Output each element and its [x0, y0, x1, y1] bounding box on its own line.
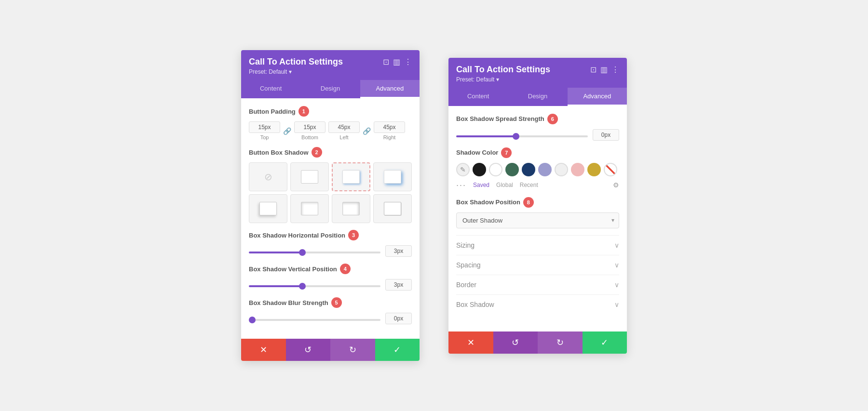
color-tabs-row: ··· Saved Global Recent ⚙	[456, 180, 619, 190]
color-swatch-light-pink[interactable]	[571, 163, 584, 176]
accordion-border: Border ∨	[456, 275, 619, 294]
blur-strength-label: Box Shadow Blur Strength 5	[249, 297, 412, 308]
shadow-preset-none[interactable]: ⊘	[249, 162, 287, 191]
link-icon-left-right[interactable]: 🔗	[363, 127, 371, 135]
accordion-box-shadow-header[interactable]: Box Shadow ∨	[456, 301, 619, 308]
left-reset-button[interactable]: ↺	[286, 339, 331, 361]
color-tab-recent[interactable]: Recent	[520, 182, 538, 188]
right-reset-button[interactable]: ↺	[493, 331, 538, 354]
left-panel-header: Call To Action Settings ⊡ ▥ ⋮ Preset: De…	[241, 50, 420, 80]
shadow-preset-1[interactable]	[290, 162, 329, 191]
tab-design-left[interactable]: Design	[300, 80, 360, 98]
shadow-color-section: Shadow Color 7 ✎ ··· Saved Global Recent	[456, 147, 619, 190]
tab-design-right[interactable]: Design	[508, 88, 567, 106]
color-swatch-gold[interactable]	[587, 163, 601, 176]
color-tab-global[interactable]: Global	[496, 182, 513, 188]
right-panel-body: Box Shadow Spread Strength 6 Shadow Colo…	[448, 106, 627, 331]
accordion-box-shadow: Box Shadow ∨	[456, 294, 619, 314]
color-swatch-green[interactable]	[505, 163, 519, 176]
more-icon[interactable]: ⋮	[404, 57, 412, 66]
right-panel-header-icons: ⊡ ▥ ⋮	[590, 65, 619, 74]
left-panel: Call To Action Settings ⊡ ▥ ⋮ Preset: De…	[241, 50, 420, 361]
badge-4: 4	[340, 264, 351, 274]
left-cancel-button[interactable]: ✕	[241, 339, 286, 361]
accordion-box-shadow-chevron: ∨	[614, 301, 619, 308]
right-fullscreen-icon[interactable]: ⊡	[590, 65, 597, 74]
shadow-preset-2[interactable]	[332, 162, 370, 191]
padding-bottom-wrap: Bottom	[294, 121, 326, 140]
right-more-icon[interactable]: ⋮	[611, 65, 619, 74]
h-position-text: Box Shadow Horizontal Position	[249, 232, 345, 239]
right-panel-preset[interactable]: Preset: Default ▾	[456, 76, 619, 83]
badge-8: 8	[523, 197, 534, 208]
accordion-spacing-header[interactable]: Spacing ∨	[456, 261, 619, 269]
fullscreen-icon[interactable]: ⊡	[383, 57, 389, 66]
box-shadow-section: Button Box Shadow 2 ⊘	[249, 147, 412, 223]
color-swatch-black[interactable]	[473, 163, 486, 176]
shadow-preview-5	[301, 202, 318, 215]
spread-strength-slider[interactable]	[456, 135, 588, 137]
right-panel-header: Call To Action Settings ⊡ ▥ ⋮ Preset: De…	[448, 58, 627, 88]
tab-advanced-right[interactable]: Advanced	[568, 88, 627, 106]
left-redo-button[interactable]: ↻	[330, 339, 375, 361]
badge-1: 1	[298, 106, 309, 117]
padding-bottom-input[interactable]	[294, 121, 326, 133]
v-position-section: Box Shadow Vertical Position 4	[249, 264, 412, 291]
shadow-position-section: Box Shadow Position 8 Outer Shadow Inner…	[456, 197, 619, 228]
tab-advanced-left[interactable]: Advanced	[360, 80, 420, 98]
right-columns-icon[interactable]: ▥	[600, 65, 608, 74]
accordion-spacing: Spacing ∨	[456, 255, 619, 275]
left-panel-tabs: Content Design Advanced	[241, 80, 420, 98]
shadow-preview-2	[342, 170, 360, 184]
spread-strength-slider-wrap	[456, 131, 588, 139]
tab-content-left[interactable]: Content	[241, 80, 300, 98]
shadow-preset-6[interactable]	[332, 194, 370, 223]
accordion-border-title: Border	[456, 281, 476, 289]
v-position-value[interactable]	[385, 279, 412, 291]
blur-strength-slider[interactable]	[249, 319, 380, 321]
right-panel-footer: ✕ ↺ ↻ ✓	[448, 331, 627, 354]
padding-right-input[interactable]	[374, 121, 405, 133]
shadow-preview-7	[384, 202, 401, 215]
color-swatch-slash[interactable]	[604, 163, 617, 176]
accordion-sizing-chevron: ∨	[614, 241, 619, 249]
badge-2: 2	[312, 147, 322, 158]
shadow-preset-4[interactable]	[249, 194, 287, 223]
left-panel-footer: ✕ ↺ ↻ ✓	[241, 339, 420, 361]
shadow-position-select-wrap: Outer Shadow Inner Shadow ▾	[456, 212, 619, 228]
spread-strength-value[interactable]	[593, 129, 619, 141]
v-position-label: Box Shadow Vertical Position 4	[249, 264, 412, 274]
blur-strength-value[interactable]	[385, 313, 412, 324]
box-shadow-text: Button Box Shadow	[249, 149, 309, 156]
h-position-slider[interactable]	[249, 252, 380, 253]
left-panel-preset[interactable]: Preset: Default ▾	[249, 68, 412, 75]
columns-icon[interactable]: ▥	[393, 57, 400, 66]
accordion-border-header[interactable]: Border ∨	[456, 281, 619, 289]
shadow-preset-5[interactable]	[290, 194, 329, 223]
shadow-preset-7[interactable]	[373, 194, 412, 223]
spread-strength-label: Box Shadow Spread Strength 6	[456, 114, 619, 124]
padding-left-input[interactable]	[328, 121, 360, 133]
h-position-value[interactable]	[385, 245, 412, 257]
color-tab-saved[interactable]: Saved	[473, 182, 489, 188]
shadow-position-select[interactable]: Outer Shadow Inner Shadow	[456, 212, 619, 228]
color-swatch-light-gray[interactable]	[555, 163, 568, 176]
shadow-preset-3[interactable]	[373, 162, 412, 191]
v-position-slider[interactable]	[249, 285, 380, 287]
accordion-border-chevron: ∨	[614, 281, 619, 289]
color-gear-icon[interactable]: ⚙	[613, 181, 619, 189]
tab-content-right[interactable]: Content	[448, 88, 508, 106]
right-confirm-button[interactable]: ✓	[583, 331, 627, 354]
color-swatch-dark-blue[interactable]	[522, 163, 535, 176]
accordion-sizing-header[interactable]: Sizing ∨	[456, 241, 619, 249]
eyedropper-swatch[interactable]: ✎	[456, 163, 470, 176]
padding-right-label: Right	[383, 134, 396, 140]
padding-top-input[interactable]	[249, 121, 280, 133]
spread-strength-section: Box Shadow Spread Strength 6	[456, 114, 619, 141]
color-swatch-white[interactable]	[489, 163, 502, 176]
link-icon-top-bottom[interactable]: 🔗	[283, 127, 291, 135]
color-swatch-lavender[interactable]	[538, 163, 552, 176]
right-redo-button[interactable]: ↻	[538, 331, 583, 354]
right-cancel-button[interactable]: ✕	[448, 331, 493, 354]
left-confirm-button[interactable]: ✓	[375, 339, 420, 361]
